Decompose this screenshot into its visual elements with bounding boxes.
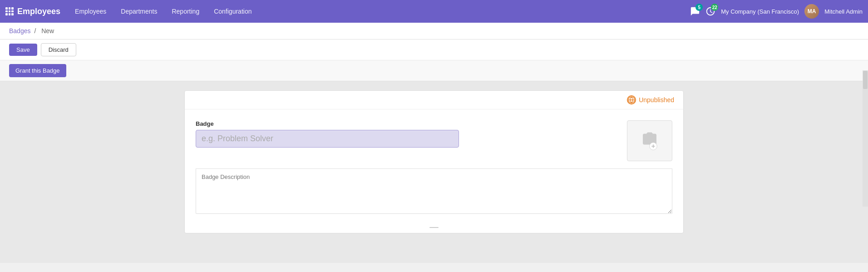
svg-rect-3 [429, 227, 439, 228]
company-name: My Company (San Francisco) [721, 8, 799, 15]
breadcrumb-separator: / [34, 27, 36, 35]
form-fields: Badge [196, 120, 618, 161]
badge-label: Badge [196, 120, 618, 127]
grant-badge-button[interactable]: Grant this Badge [9, 64, 66, 77]
app-title: Employees [17, 7, 60, 16]
top-navbar: Employees Employees Departments Reportin… [0, 0, 868, 23]
form-body: Badge [185, 109, 683, 168]
nav-employees[interactable]: Employees [68, 0, 113, 23]
globe-icon [627, 95, 636, 104]
unpublished-button[interactable]: Unpublished [627, 95, 674, 104]
save-button[interactable]: Save [9, 44, 37, 56]
globe-svg [628, 96, 635, 104]
form-card: Unpublished Badge [184, 90, 684, 233]
badge-name-input[interactable] [196, 130, 459, 148]
scrollbar-thumb [863, 71, 868, 89]
breadcrumb: Badges / New [9, 27, 56, 35]
breadcrumb-area: Badges / New [0, 23, 868, 40]
nav-menu: Employees Departments Reporting Configur… [68, 0, 690, 23]
action-bar: Grant this Badge [0, 60, 868, 81]
activity-icon-btn[interactable]: 22 [705, 6, 715, 16]
breadcrumb-current: New [41, 27, 54, 35]
plus-icon [649, 142, 657, 150]
nav-departments[interactable]: Departments [113, 0, 164, 23]
nav-configuration[interactable]: Configuration [207, 0, 259, 23]
form-card-header: Unpublished [185, 91, 683, 109]
image-upload-button[interactable] [627, 120, 672, 161]
app-brand[interactable]: Employees [5, 7, 60, 16]
discard-button[interactable]: Discard [41, 43, 76, 56]
right-scrollbar[interactable] [863, 70, 868, 207]
scroll-hint [185, 223, 683, 233]
unpublished-label: Unpublished [639, 96, 674, 104]
description-area [185, 168, 683, 223]
camera-icon [641, 130, 658, 152]
toolbar: Save Discard [0, 40, 868, 60]
grid-icon [5, 7, 14, 15]
breadcrumb-parent[interactable]: Badges [9, 27, 30, 35]
main-content: Unpublished Badge [0, 81, 868, 263]
chat-count: 5 [695, 4, 703, 11]
user-name: Mitchell Admin [824, 8, 863, 15]
chat-icon-btn[interactable]: 5 [690, 6, 700, 16]
navbar-right: 5 22 My Company (San Francisco) MA Mitch… [690, 4, 863, 19]
avatar[interactable]: MA [804, 4, 819, 19]
badge-description-textarea[interactable] [196, 168, 672, 214]
nav-reporting[interactable]: Reporting [164, 0, 207, 23]
activity-count: 22 [711, 4, 718, 11]
